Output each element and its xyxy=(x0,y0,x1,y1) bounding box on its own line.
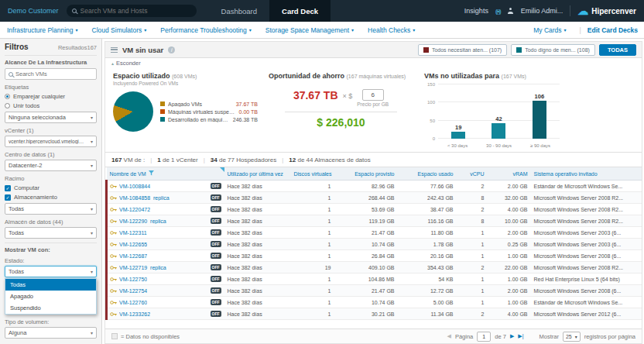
nav-item[interactable]: Infrastructure Planning▾ xyxy=(0,26,85,34)
vm-name-link[interactable]: VM-122311 xyxy=(119,230,147,236)
key-icon xyxy=(110,265,117,270)
last-page-button[interactable]: ▶| xyxy=(518,333,523,339)
divider: | xyxy=(282,157,283,163)
checkbox-compute[interactable]: ✓ Computar xyxy=(5,184,97,191)
global-search[interactable] xyxy=(67,5,197,17)
scope-heading: Alcance De La Infraestructura xyxy=(5,59,97,66)
table-row[interactable]: VM-122311OFF Hace 382 días 1 21.47 GB 11… xyxy=(107,227,642,239)
user-menu[interactable]: Emilio Admi... xyxy=(521,7,564,15)
vm-name-link[interactable]: VM-1233262 xyxy=(119,311,150,317)
table-row[interactable]: VM-122754OFF Hace 382 días 1 21.47 GB 12… xyxy=(107,285,642,297)
vcenter-select[interactable]: vcenter.hipercenvcloud.vmelogiclogus.com… xyxy=(5,136,97,147)
table-row[interactable]: VM-1220472OFF Hace 382 días 1 53.69 GB 3… xyxy=(107,204,642,215)
next-page-button[interactable]: ▶ xyxy=(510,333,514,339)
vm-name-link[interactable]: VM-122750 xyxy=(119,277,147,282)
radio-match-any[interactable]: Emparejar cualquier xyxy=(5,93,97,100)
column-header[interactable]: Sistema operativo invitado xyxy=(531,167,642,181)
vm-name-link[interactable]: VM-1220472 xyxy=(119,207,150,212)
dropdown-option[interactable]: Apagado xyxy=(5,291,96,302)
table-row[interactable]: VM-122760OFF Hace 382 días 1 10.74 GB 5.… xyxy=(107,297,642,308)
page-size-select[interactable]: 25 ▾ xyxy=(563,332,581,342)
all-button[interactable]: TODAS xyxy=(599,44,636,56)
dropdown-option[interactable]: Todas xyxy=(5,279,96,291)
dropdown-option[interactable]: Suspendido xyxy=(5,302,96,314)
table-row[interactable]: VM-1233262OFF Hace 382 días 1 30.21 GB 1… xyxy=(107,308,642,320)
guest-os-cell: Microsoft Windows Server 2008 (6... xyxy=(531,285,642,297)
prev-page-button[interactable]: ◀ xyxy=(447,333,451,339)
state-select[interactable]: Todas ▾ xyxy=(5,266,97,277)
vm-name-link[interactable]: VM-122687 xyxy=(119,253,147,259)
bar-chart: 0501001501942106< 30 days30 - 90 days≥ 9… xyxy=(424,83,569,148)
nav-item[interactable]: Health Checks▾ xyxy=(361,26,422,34)
column-header[interactable]: Discos virtuales xyxy=(291,167,334,181)
vm-name-link[interactable]: VM-122290_replica xyxy=(119,218,166,224)
pagination: ◀ Página de 7 ▶ ▶| Mostrar 25 ▾ registro… xyxy=(447,332,635,342)
provisioned-cell: 82.96 GB xyxy=(334,181,398,192)
card-title: VM sin usar xyxy=(122,46,163,54)
vram-cell: 32.00 GB xyxy=(488,192,531,204)
needs-attention-button[interactable]: Todos necesitan aten... (107) xyxy=(418,44,507,56)
tab-dashboard[interactable]: Dashboard xyxy=(209,0,269,22)
vm-name-link[interactable]: VM-1008844 xyxy=(119,184,150,189)
vm-name-link[interactable]: VM-1084858_replica xyxy=(119,195,170,201)
customer-menu[interactable]: Demo Customer xyxy=(0,7,67,15)
volume-type-select[interactable]: Alguna ▾ xyxy=(5,327,97,339)
used-cell: 11.80 GB xyxy=(398,227,457,239)
nav-item[interactable]: Storage Space Management▾ xyxy=(259,26,361,34)
global-search-input[interactable] xyxy=(80,7,191,15)
nav-item[interactable]: Performance Troubleshooting▾ xyxy=(153,26,259,34)
table-row[interactable]: VM-122655OFF Hace 382 días 1 10.74 GB 1.… xyxy=(107,239,642,250)
page-number-input[interactable] xyxy=(477,332,491,342)
table-row[interactable]: VM-122290_replicaOFF Hace 382 días 1 119… xyxy=(107,215,642,227)
checkbox-storage[interactable]: ✓ Almacenamiento xyxy=(5,194,97,201)
price-per-gb-input[interactable] xyxy=(362,89,384,101)
checkbox-checked-icon[interactable]: ✓ xyxy=(5,194,11,201)
checkbox-checked-icon[interactable]: ✓ xyxy=(5,185,11,191)
vcpu-cell: 1 xyxy=(457,285,488,297)
vm-name-link[interactable]: VM-122754 xyxy=(119,288,147,294)
radio-unselected-icon[interactable] xyxy=(5,103,10,108)
radio-selected-icon[interactable] xyxy=(5,94,10,99)
cluster-select[interactable]: Todas ▾ xyxy=(5,203,97,215)
datacenter-select[interactable]: Datacenter-2 ▾ xyxy=(5,160,97,171)
power-state-badge: OFF xyxy=(211,218,221,224)
chevron-down-icon: ▾ xyxy=(564,27,567,33)
table-row[interactable]: VM-122719_replicaOFF Hace 382 días 19 40… xyxy=(107,262,642,273)
chevron-down-icon: ▾ xyxy=(91,206,93,212)
nav-item[interactable]: Cloud Simulators▾ xyxy=(85,26,154,34)
tab-card-deck[interactable]: Card Deck xyxy=(269,0,331,22)
column-header[interactable]: Nombre de VM xyxy=(107,167,224,181)
vm-search-field[interactable] xyxy=(5,68,97,80)
insights-link[interactable]: Insights xyxy=(464,7,488,15)
labels-select[interactable]: Ninguna seleccionada ▾ xyxy=(5,112,97,123)
collapse-link[interactable]: ▴ Esconder xyxy=(105,58,642,68)
provisioned-cell: 268.44 GB xyxy=(334,192,398,204)
radio-match-all[interactable]: Unir todos xyxy=(5,102,97,109)
column-header[interactable]: vCPU xyxy=(457,167,488,181)
vm-name-cell: VM-122754OFF xyxy=(107,285,224,297)
worth-mention-button[interactable]: Todo digno de men... (108) xyxy=(511,44,595,56)
broadcast-icon[interactable]: ((•)) xyxy=(495,9,501,14)
column-header[interactable]: Espacio provisto xyxy=(334,167,398,181)
menu-icon[interactable] xyxy=(111,47,118,53)
vm-name-link[interactable]: VM-122760 xyxy=(119,300,147,305)
summary-panels: Espacio utilizado (608 VMs) Incluyendo P… xyxy=(105,68,642,152)
vm-name-link[interactable]: VM-122655 xyxy=(119,242,147,247)
search-icon xyxy=(9,72,13,77)
edit-card-decks-link[interactable]: Edit Card Decks xyxy=(587,26,638,34)
vm-name-link[interactable]: VM-122719_replica xyxy=(119,265,166,270)
filter-icon[interactable] xyxy=(149,171,154,177)
column-header[interactable]: vRAM xyxy=(488,167,531,181)
column-header[interactable]: Espacio usado xyxy=(398,167,457,181)
table-row[interactable]: VM-1084858_replicaOFF Hace 382 días 1 26… xyxy=(107,192,642,204)
my-cards-menu[interactable]: My Cards ▾ xyxy=(526,26,573,34)
vcpu-cell: 2 xyxy=(457,204,488,215)
info-icon[interactable]: i xyxy=(168,46,175,53)
table-row[interactable]: VM-122750OFF Hace 382 días 1 104.86 MB 5… xyxy=(107,273,642,285)
datastore-select[interactable]: Todas ▾ xyxy=(5,227,97,239)
table-row[interactable]: VM-122687OFF Hace 382 días 1 26.84 GB 20… xyxy=(107,250,642,262)
vm-name-cell: VM-1233262OFF xyxy=(107,308,224,320)
column-header[interactable]: Utilizado por última vez xyxy=(224,167,291,181)
table-row[interactable]: VM-1008844OFF Hace 382 días 1 82.96 GB 7… xyxy=(107,181,642,192)
vm-search-input[interactable] xyxy=(15,71,93,77)
